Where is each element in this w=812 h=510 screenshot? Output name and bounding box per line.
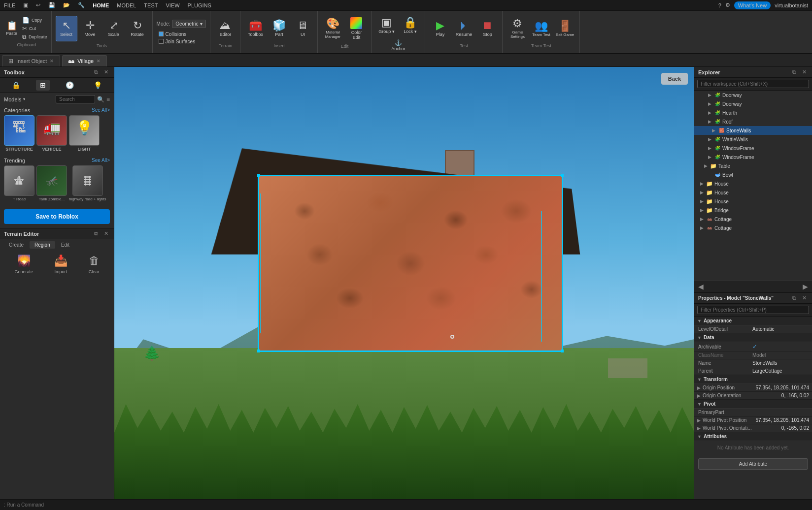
close-insert-object-tab[interactable]: ✕ (50, 59, 54, 64)
tree-item-windowframe-2[interactable]: ▶ 🧩 WindowFrame (694, 153, 812, 161)
prop-name[interactable]: Name StoneWalls (694, 359, 812, 367)
tree-item-table[interactable]: ▶ 📁 Table (694, 161, 812, 170)
duplicate-btn[interactable]: ⧉Duplicate (22, 33, 47, 40)
add-attribute-btn[interactable]: Add Attribute (698, 458, 808, 470)
file-menu[interactable]: FILE (4, 2, 15, 8)
tree-item-roof[interactable]: ▶ 🧩 Roof (694, 117, 812, 126)
terrain-tab-region[interactable]: Region (30, 241, 55, 249)
scale-btn[interactable]: ⤢ Scale (103, 16, 125, 41)
toolbox-tab-grid[interactable]: ⊞ (36, 80, 50, 91)
material-manager-btn[interactable]: 🎨 Material Manager (322, 16, 343, 41)
properties-close-btn[interactable]: ✕ (800, 295, 808, 301)
select-btn[interactable]: ↖ Select (56, 16, 77, 41)
user-account[interactable]: virtualbotanist (775, 2, 808, 8)
tree-item-cottage-2[interactable]: ▶ 🏘 Cottage (694, 223, 812, 232)
group-btn[interactable]: ▣ Group ▾ (375, 13, 397, 38)
tree-item-wattlewalls[interactable]: ▶ 🧩 WattleWalls (694, 135, 812, 144)
pivot-section-header[interactable]: ▼ Pivot (694, 400, 812, 409)
part-btn[interactable]: 🧊 Part (268, 16, 290, 41)
toolbox-btn[interactable]: 🧰 Toolbox (244, 16, 266, 41)
tree-item-stonewalls[interactable]: ▶ 🧱 StoneWalls (694, 126, 812, 135)
new-btn[interactable]: ▣ (23, 2, 28, 8)
open-btn[interactable]: 📂 (63, 2, 70, 8)
undo-btn[interactable]: ↩ (36, 2, 40, 8)
toolbox-tab-light[interactable]: 💡 (90, 80, 106, 91)
explorer-popout-btn[interactable]: ⧉ (790, 69, 798, 75)
tab-insert-object[interactable]: ⊞ Insert Object ✕ (2, 55, 60, 66)
viewport[interactable]: Back (114, 67, 694, 499)
trending-see-all[interactable]: See All> (92, 158, 110, 163)
terrain-editor-popout-btn[interactable]: ⧉ (92, 230, 100, 237)
tree-item-cottage-1[interactable]: ▶ 🏘 Cottage (694, 215, 812, 223)
trending-highway-road[interactable]: 🛤 highway road + lights (69, 165, 106, 201)
toolbox-tab-clock[interactable]: 🕐 (62, 80, 78, 91)
appearance-section-header[interactable]: ▼ Appearance (694, 317, 812, 325)
prop-archivable[interactable]: Archivable ✓ (694, 342, 812, 351)
mode-dropdown[interactable]: Geometric ▾ (172, 20, 206, 28)
attributes-section-header[interactable]: ▼ Attributes (694, 432, 812, 441)
tree-item-house-3[interactable]: ▶ 📁 House (694, 197, 812, 206)
properties-filter-input[interactable] (697, 306, 809, 314)
explorer-close-btn[interactable]: ✕ (800, 69, 808, 75)
models-dropdown-btn[interactable]: Models ▾ (4, 96, 25, 102)
category-light[interactable]: 💡 LIGHT (69, 115, 100, 152)
terrain-editor-close-btn[interactable]: ✕ (102, 230, 110, 237)
tree-item-house-1[interactable]: ▶ 📁 House (694, 179, 812, 188)
resume-btn[interactable]: ⏵ Resume (453, 16, 474, 41)
view-menu[interactable]: VIEW (166, 2, 179, 8)
cut-btn[interactable]: ✂Cut (22, 25, 47, 32)
prop-levelofdetail[interactable]: LevelOfDetail Automatic (694, 325, 812, 333)
rotate-btn[interactable]: ↻ Rotate (127, 16, 148, 41)
tree-item-doorway-2[interactable]: ▶ 🧩 Doorway (694, 99, 812, 108)
models-search-input[interactable] (56, 95, 95, 103)
trending-troad[interactable]: 🛣 T Road (4, 165, 34, 201)
models-search-icon[interactable]: 🔍 (97, 96, 104, 103)
paste-btn[interactable]: 📋 Paste (6, 21, 17, 36)
anchor-btn[interactable]: ⚓ Anchor (387, 39, 409, 51)
whats-new-btn[interactable]: What's New (734, 1, 771, 9)
trending-tank-zombie[interactable]: 🦟 Tank Zombie... (36, 165, 67, 201)
terrain-editor-btn[interactable]: ⛰ Editor (214, 16, 236, 41)
plugins-menu[interactable]: PLUGINS (188, 2, 211, 8)
tree-item-hearth[interactable]: ▶ 🧩 Hearth (694, 108, 812, 117)
terrain-generate-btn[interactable]: 🌄 Generate (14, 255, 33, 274)
models-filter-icon[interactable]: ≡ (106, 96, 110, 103)
prop-world-pivot-position[interactable]: ▶ World Pivot Position 57.354, 18.205, 1… (694, 416, 812, 424)
back-btn[interactable]: Back (661, 73, 688, 85)
save-to-roblox-btn[interactable]: Save to Roblox (4, 209, 110, 224)
tab-village[interactable]: 🏘 Village ✕ (62, 55, 107, 66)
publish-btn[interactable]: 🔧 (78, 2, 85, 8)
tree-item-bridge[interactable]: ▶ 📁 Bridge (694, 206, 812, 215)
copy-btn[interactable]: 📄Copy (22, 17, 47, 24)
lock-btn[interactable]: 🔒 Lock ▾ (399, 13, 421, 38)
prop-origin-position[interactable]: ▶ Origin Position 57.354, 18.205, 101.47… (694, 384, 812, 392)
exit-game-btn[interactable]: 🚪 Exit Game (554, 16, 575, 41)
toolbox-tab-lock[interactable]: 🔒 (8, 80, 24, 91)
terrain-tab-edit[interactable]: Edit (56, 241, 74, 249)
command-input[interactable] (4, 502, 808, 508)
model-menu[interactable]: MODEL (117, 2, 136, 8)
ui-btn[interactable]: 🖥 UI (292, 16, 313, 41)
tree-item-house-2[interactable]: ▶ 📁 House (694, 188, 812, 197)
game-settings-btn[interactable]: ⚙ Game Settings (507, 16, 528, 41)
data-section-header[interactable]: ▼ Data (694, 333, 812, 342)
prop-classname[interactable]: ClassName Model (694, 351, 812, 359)
terrain-tab-create[interactable]: Create (4, 241, 29, 249)
category-structure[interactable]: 🏗 STRUCTURE (4, 115, 34, 152)
test-menu[interactable]: TEST (144, 2, 158, 8)
tree-item-windowframe-1[interactable]: ▶ 🧩 WindowFrame (694, 144, 812, 153)
tree-item-bowl[interactable]: 🥣 Bowl (694, 170, 812, 179)
prop-primarypart[interactable]: PrimaryPart (694, 409, 812, 416)
collisions-toggle[interactable]: Collisions (157, 31, 206, 37)
stop-btn[interactable]: ⏹ Stop (476, 16, 498, 41)
play-btn[interactable]: ▶ Play (429, 16, 451, 41)
terrain-import-btn[interactable]: 📥 Import (54, 255, 68, 274)
tree-nav-right[interactable]: ▶ (801, 282, 810, 291)
settings-btn[interactable]: ⚙ (725, 2, 730, 8)
explorer-filter-input[interactable] (697, 80, 809, 88)
tree-nav-left[interactable]: ◀ (696, 282, 706, 291)
help-btn[interactable]: ? (718, 2, 721, 8)
prop-parent[interactable]: Parent LargeCottage (694, 367, 812, 375)
toolbox-close-btn[interactable]: ✕ (102, 69, 110, 75)
prop-world-pivot-orientation[interactable]: ▶ World Pivot Orientati... 0, -165, 0.02 (694, 424, 812, 432)
